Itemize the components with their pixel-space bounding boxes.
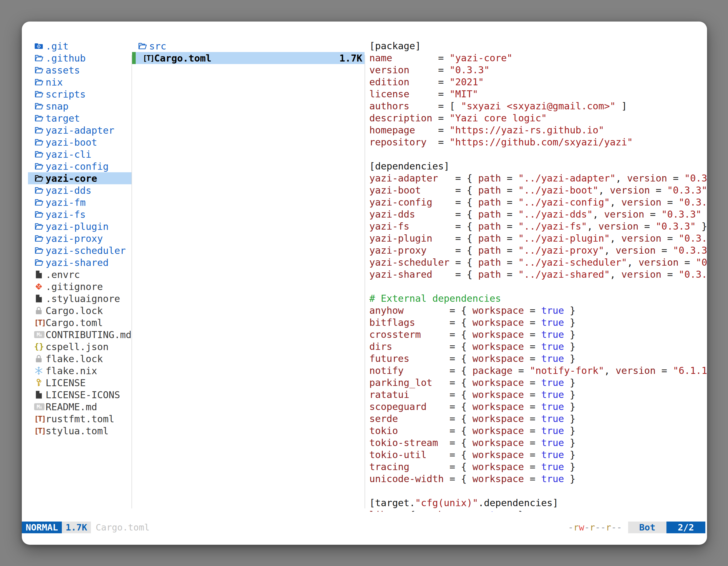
file-row[interactable]: yazi-dds	[28, 184, 131, 196]
folder-open-icon	[34, 162, 46, 171]
file-row[interactable]: yazi-fs	[28, 208, 131, 220]
json-icon: {}	[34, 342, 46, 351]
code-line: yazi-config = { path = "../yazi-config",…	[369, 196, 707, 208]
file-name: CONTRIBUTING.md	[46, 329, 131, 340]
folder-open-icon	[34, 102, 46, 111]
file-name: yazi-core	[46, 173, 97, 184]
file-name: .github	[46, 53, 86, 64]
file-name: LICENSE	[46, 377, 86, 388]
file-row[interactable]: LICENSE-ICONS	[28, 389, 131, 401]
code-line: ratatui = { workspace = true }	[369, 389, 707, 401]
status-bar: NORMAL 1.7K Cargo.toml -rw-r--r-- Bot 2/…	[22, 522, 705, 533]
folder-open-icon	[34, 114, 46, 123]
file-row[interactable]: flake.nix	[28, 365, 131, 377]
file-row[interactable]: yazi-boot	[28, 136, 131, 148]
code-line	[369, 281, 707, 292]
file-row[interactable]: [T]Cargo.toml1.7K	[132, 52, 365, 64]
file-name: snap	[46, 101, 69, 112]
file-row[interactable]: [T]Cargo.toml	[28, 316, 131, 328]
code-line: tokio-stream = { workspace = true }	[369, 437, 707, 449]
code-line: tokio = { workspace = true }	[369, 425, 707, 437]
file-row[interactable]: yazi-shared	[28, 257, 131, 269]
file-size-badge: 1.7K	[62, 522, 91, 533]
file-name: .styluaignore	[46, 293, 120, 304]
file-row[interactable]: src	[132, 40, 365, 52]
preview-pane: [package]name = "yazi-core"version = "0.…	[365, 40, 707, 512]
file-row[interactable]: .github	[28, 52, 131, 64]
code-line: libc = { workspace = true }	[369, 509, 707, 512]
file-icon	[34, 390, 46, 399]
file-row[interactable]: snap	[28, 100, 131, 112]
nix-icon	[34, 366, 46, 375]
file-row[interactable]: {}cspell.json	[28, 340, 131, 353]
file-icon	[34, 270, 46, 279]
code-line: serde = { workspace = true }	[369, 413, 707, 425]
file-row[interactable]: yazi-core	[28, 172, 131, 184]
mode-badge: NORMAL	[22, 522, 62, 533]
file-name: Cargo.toml	[154, 53, 212, 64]
file-row[interactable]: yazi-config	[28, 160, 131, 172]
file-name: yazi-scheduler	[46, 245, 126, 256]
file-name: README.md	[46, 401, 97, 412]
file-row[interactable]: target	[28, 112, 131, 124]
file-row[interactable]: yazi-cli	[28, 148, 131, 160]
file-name: nix	[46, 77, 63, 88]
file-row[interactable]: Cargo.lock	[28, 304, 131, 316]
file-row[interactable]: assets	[28, 64, 131, 76]
file-row[interactable]: scripts	[28, 88, 131, 100]
file-row[interactable]: .git	[28, 40, 131, 52]
file-name: .gitignore	[46, 281, 103, 292]
file-row[interactable]: [T]stylua.toml	[28, 425, 131, 437]
file-row[interactable]: yazi-plugin	[28, 220, 131, 233]
permissions-text: -rw-r--r--	[568, 522, 622, 533]
folder-open-icon	[34, 246, 46, 255]
file-row[interactable]: M↓CONTRIBUTING.md	[28, 328, 131, 340]
code-line: futures = { workspace = true }	[369, 353, 707, 365]
file-row[interactable]: yazi-proxy	[28, 233, 131, 245]
code-line: # External dependencies	[369, 292, 707, 304]
file-row[interactable]: .envrc	[28, 269, 131, 281]
file-name: yazi-shared	[46, 257, 109, 268]
file-name: yazi-plugin	[46, 221, 109, 232]
file-name: LICENSE-ICONS	[46, 389, 120, 400]
code-line: notify = { package = "notify-fork", vers…	[369, 365, 707, 377]
file-row[interactable]: .gitignore	[28, 281, 131, 292]
folder-open-icon	[34, 126, 46, 135]
folder-open-icon	[34, 186, 46, 195]
file-row[interactable]: yazi-adapter	[28, 124, 131, 136]
file-name: .git	[46, 41, 69, 52]
folder-open-icon	[34, 90, 46, 99]
file-name: rustfmt.toml	[46, 413, 114, 424]
file-row[interactable]: M↓README.md	[28, 401, 131, 413]
code-line: yazi-proxy = { path = "../yazi-proxy", v…	[369, 245, 707, 257]
file-row[interactable]: yazi-fm	[28, 196, 131, 208]
file-name: yazi-dds	[46, 185, 91, 196]
code-line: homepage = "https://yazi-rs.github.io"	[369, 124, 707, 136]
file-name: yazi-config	[46, 161, 109, 172]
folder-open-icon	[34, 65, 46, 75]
code-line: parking_lot = { workspace = true }	[369, 377, 707, 389]
folder-open-icon	[34, 234, 46, 243]
file-name: yazi-cli	[46, 149, 91, 160]
file-row[interactable]: yazi-scheduler	[28, 245, 131, 257]
toml-icon: [T]	[34, 427, 46, 434]
file-name: Cargo.lock	[46, 305, 103, 316]
folder-open-icon	[34, 78, 46, 87]
file-name: .envrc	[46, 269, 80, 280]
file-row[interactable]: .styluaignore	[28, 292, 131, 304]
file-row[interactable]: nix	[28, 76, 131, 88]
file-name: scripts	[46, 89, 86, 100]
file-name: src	[149, 41, 166, 52]
md-icon: M↓	[34, 403, 46, 410]
status-right: -rw-r--r-- Bot 2/2	[568, 522, 705, 533]
file-name: Cargo.toml	[46, 317, 103, 328]
file-row[interactable]: LICENSE	[28, 377, 131, 389]
folder-open-icon	[34, 53, 46, 63]
code-line: [dependencies]	[369, 160, 707, 172]
code-line	[369, 485, 707, 497]
code-line: license = "MIT"	[369, 88, 707, 100]
file-row[interactable]: flake.lock	[28, 353, 131, 365]
toml-icon: [T]	[34, 415, 46, 422]
file-name: cspell.json	[46, 341, 109, 352]
file-row[interactable]: [T]rustfmt.toml	[28, 413, 131, 425]
